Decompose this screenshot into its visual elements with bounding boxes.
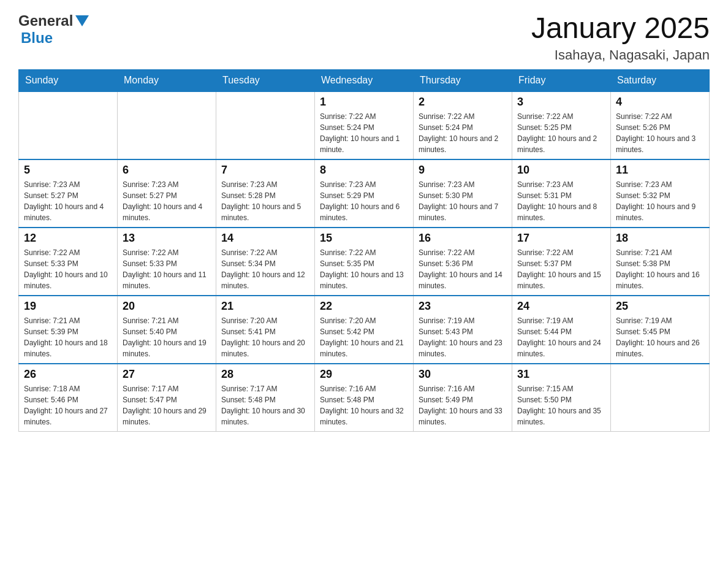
day-info: Sunrise: 7:22 AM Sunset: 5:33 PM Dayligh… bbox=[123, 247, 211, 291]
day-cell: 30Sunrise: 7:16 AM Sunset: 5:49 PM Dayli… bbox=[414, 364, 512, 432]
day-number: 25 bbox=[616, 300, 704, 313]
day-cell: 9Sunrise: 7:23 AM Sunset: 5:30 PM Daylig… bbox=[414, 159, 512, 228]
day-cell: 5Sunrise: 7:23 AM Sunset: 5:27 PM Daylig… bbox=[19, 159, 118, 228]
day-info: Sunrise: 7:19 AM Sunset: 5:43 PM Dayligh… bbox=[419, 315, 507, 359]
day-cell bbox=[19, 91, 118, 159]
day-info: Sunrise: 7:23 AM Sunset: 5:28 PM Dayligh… bbox=[221, 179, 309, 223]
logo-blue-text: Blue bbox=[21, 29, 53, 47]
day-number: 7 bbox=[221, 164, 309, 177]
calendar-table: SundayMondayTuesdayWednesdayThursdayFrid… bbox=[18, 69, 710, 432]
day-cell: 23Sunrise: 7:19 AM Sunset: 5:43 PM Dayli… bbox=[414, 296, 512, 364]
day-number: 4 bbox=[616, 96, 704, 109]
day-info: Sunrise: 7:23 AM Sunset: 5:27 PM Dayligh… bbox=[123, 179, 211, 223]
day-info: Sunrise: 7:21 AM Sunset: 5:40 PM Dayligh… bbox=[123, 315, 211, 359]
day-cell: 2Sunrise: 7:22 AM Sunset: 5:24 PM Daylig… bbox=[414, 91, 512, 159]
day-info: Sunrise: 7:16 AM Sunset: 5:49 PM Dayligh… bbox=[419, 383, 507, 427]
day-info: Sunrise: 7:22 AM Sunset: 5:24 PM Dayligh… bbox=[320, 111, 408, 155]
day-number: 14 bbox=[221, 232, 309, 245]
day-number: 12 bbox=[24, 232, 112, 245]
day-number: 1 bbox=[320, 96, 408, 109]
day-cell: 31Sunrise: 7:15 AM Sunset: 5:50 PM Dayli… bbox=[512, 364, 611, 432]
day-info: Sunrise: 7:19 AM Sunset: 5:45 PM Dayligh… bbox=[616, 315, 704, 359]
day-number: 8 bbox=[320, 164, 408, 177]
day-cell: 6Sunrise: 7:23 AM Sunset: 5:27 PM Daylig… bbox=[118, 159, 216, 228]
day-cell: 17Sunrise: 7:22 AM Sunset: 5:37 PM Dayli… bbox=[512, 228, 611, 296]
day-number: 23 bbox=[419, 300, 507, 313]
day-number: 20 bbox=[123, 300, 211, 313]
day-cell: 28Sunrise: 7:17 AM Sunset: 5:48 PM Dayli… bbox=[216, 364, 315, 432]
day-number: 28 bbox=[221, 368, 309, 381]
day-number: 21 bbox=[221, 300, 309, 313]
day-number: 5 bbox=[24, 164, 112, 177]
day-cell: 24Sunrise: 7:19 AM Sunset: 5:44 PM Dayli… bbox=[512, 296, 611, 364]
day-info: Sunrise: 7:23 AM Sunset: 5:31 PM Dayligh… bbox=[517, 179, 605, 223]
day-number: 3 bbox=[517, 96, 605, 109]
day-info: Sunrise: 7:22 AM Sunset: 5:24 PM Dayligh… bbox=[419, 111, 507, 155]
week-row-5: 26Sunrise: 7:18 AM Sunset: 5:46 PM Dayli… bbox=[19, 364, 710, 432]
day-cell: 4Sunrise: 7:22 AM Sunset: 5:26 PM Daylig… bbox=[611, 91, 710, 159]
day-cell: 11Sunrise: 7:23 AM Sunset: 5:32 PM Dayli… bbox=[611, 159, 710, 228]
day-info: Sunrise: 7:22 AM Sunset: 5:37 PM Dayligh… bbox=[517, 247, 605, 291]
day-cell: 29Sunrise: 7:16 AM Sunset: 5:48 PM Dayli… bbox=[315, 364, 414, 432]
day-info: Sunrise: 7:22 AM Sunset: 5:26 PM Dayligh… bbox=[616, 111, 704, 155]
day-number: 26 bbox=[24, 368, 112, 381]
col-header-friday: Friday bbox=[512, 69, 611, 91]
day-cell bbox=[118, 91, 216, 159]
day-cell: 7Sunrise: 7:23 AM Sunset: 5:28 PM Daylig… bbox=[216, 159, 315, 228]
day-number: 19 bbox=[24, 300, 112, 313]
day-info: Sunrise: 7:23 AM Sunset: 5:27 PM Dayligh… bbox=[24, 179, 112, 223]
day-cell: 15Sunrise: 7:22 AM Sunset: 5:35 PM Dayli… bbox=[315, 228, 414, 296]
day-cell: 13Sunrise: 7:22 AM Sunset: 5:33 PM Dayli… bbox=[118, 228, 216, 296]
day-info: Sunrise: 7:17 AM Sunset: 5:47 PM Dayligh… bbox=[123, 383, 211, 427]
day-info: Sunrise: 7:23 AM Sunset: 5:30 PM Dayligh… bbox=[419, 179, 507, 223]
calendar-title: January 2025 bbox=[531, 12, 710, 45]
day-cell: 20Sunrise: 7:21 AM Sunset: 5:40 PM Dayli… bbox=[118, 296, 216, 364]
col-header-wednesday: Wednesday bbox=[315, 69, 414, 91]
col-header-monday: Monday bbox=[118, 69, 216, 91]
day-info: Sunrise: 7:23 AM Sunset: 5:29 PM Dayligh… bbox=[320, 179, 408, 223]
calendar-subtitle: Isahaya, Nagasaki, Japan bbox=[531, 47, 710, 63]
day-number: 16 bbox=[419, 232, 507, 245]
day-cell: 21Sunrise: 7:20 AM Sunset: 5:41 PM Dayli… bbox=[216, 296, 315, 364]
day-number: 13 bbox=[123, 232, 211, 245]
col-header-thursday: Thursday bbox=[414, 69, 512, 91]
day-number: 31 bbox=[517, 368, 605, 381]
day-info: Sunrise: 7:23 AM Sunset: 5:32 PM Dayligh… bbox=[616, 179, 704, 223]
day-cell: 3Sunrise: 7:22 AM Sunset: 5:25 PM Daylig… bbox=[512, 91, 611, 159]
day-number: 29 bbox=[320, 368, 408, 381]
day-cell: 27Sunrise: 7:17 AM Sunset: 5:47 PM Dayli… bbox=[118, 364, 216, 432]
day-cell bbox=[216, 91, 315, 159]
week-row-2: 5Sunrise: 7:23 AM Sunset: 5:27 PM Daylig… bbox=[19, 159, 710, 228]
day-number: 9 bbox=[419, 164, 507, 177]
day-info: Sunrise: 7:20 AM Sunset: 5:41 PM Dayligh… bbox=[221, 315, 309, 359]
day-number: 15 bbox=[320, 232, 408, 245]
day-cell: 18Sunrise: 7:21 AM Sunset: 5:38 PM Dayli… bbox=[611, 228, 710, 296]
day-number: 24 bbox=[517, 300, 605, 313]
day-cell: 16Sunrise: 7:22 AM Sunset: 5:36 PM Dayli… bbox=[414, 228, 512, 296]
day-number: 6 bbox=[123, 164, 211, 177]
day-number: 11 bbox=[616, 164, 704, 177]
svg-marker-0 bbox=[75, 15, 89, 26]
day-cell: 25Sunrise: 7:19 AM Sunset: 5:45 PM Dayli… bbox=[611, 296, 710, 364]
day-cell: 22Sunrise: 7:20 AM Sunset: 5:42 PM Dayli… bbox=[315, 296, 414, 364]
logo-triangle-icon bbox=[75, 15, 89, 26]
page-header: General Blue January 2025 Isahaya, Nagas… bbox=[18, 12, 710, 63]
week-row-4: 19Sunrise: 7:21 AM Sunset: 5:39 PM Dayli… bbox=[19, 296, 710, 364]
day-info: Sunrise: 7:22 AM Sunset: 5:34 PM Dayligh… bbox=[221, 247, 309, 291]
day-info: Sunrise: 7:15 AM Sunset: 5:50 PM Dayligh… bbox=[517, 383, 605, 427]
calendar-header-row: SundayMondayTuesdayWednesdayThursdayFrid… bbox=[19, 69, 710, 91]
week-row-3: 12Sunrise: 7:22 AM Sunset: 5:33 PM Dayli… bbox=[19, 228, 710, 296]
day-info: Sunrise: 7:17 AM Sunset: 5:48 PM Dayligh… bbox=[221, 383, 309, 427]
day-info: Sunrise: 7:20 AM Sunset: 5:42 PM Dayligh… bbox=[320, 315, 408, 359]
day-number: 2 bbox=[419, 96, 507, 109]
logo-general-text: General bbox=[18, 12, 73, 29]
col-header-saturday: Saturday bbox=[611, 69, 710, 91]
day-info: Sunrise: 7:21 AM Sunset: 5:39 PM Dayligh… bbox=[24, 315, 112, 359]
title-block: January 2025 Isahaya, Nagasaki, Japan bbox=[531, 12, 710, 63]
col-header-sunday: Sunday bbox=[19, 69, 118, 91]
day-info: Sunrise: 7:22 AM Sunset: 5:36 PM Dayligh… bbox=[419, 247, 507, 291]
day-info: Sunrise: 7:18 AM Sunset: 5:46 PM Dayligh… bbox=[24, 383, 112, 427]
day-number: 27 bbox=[123, 368, 211, 381]
day-info: Sunrise: 7:16 AM Sunset: 5:48 PM Dayligh… bbox=[320, 383, 408, 427]
week-row-1: 1Sunrise: 7:22 AM Sunset: 5:24 PM Daylig… bbox=[19, 91, 710, 159]
